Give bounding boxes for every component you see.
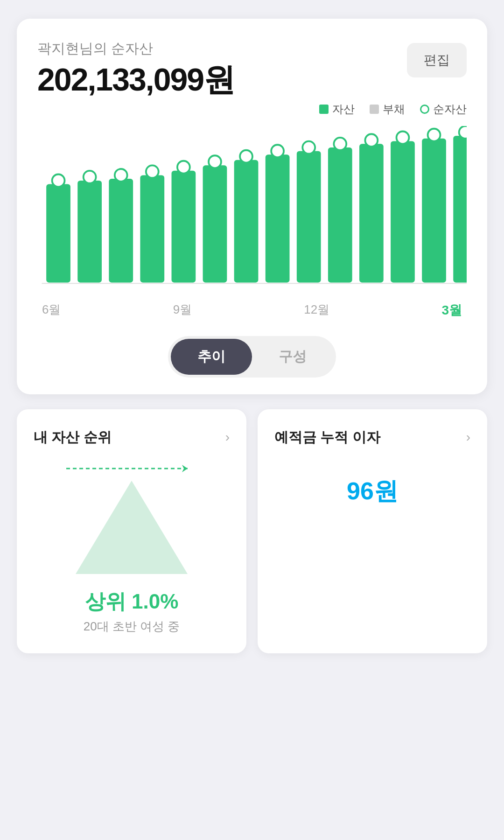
legend-net-label: 순자산	[433, 102, 467, 117]
interest-chevron[interactable]: ›	[466, 430, 470, 445]
net-asset-value: 202,133,099원	[37, 62, 234, 97]
legend-asset-label: 자산	[332, 102, 355, 117]
bar-6	[203, 165, 227, 282]
bar-10	[328, 147, 352, 282]
interest-title: 예적금 누적 이자	[274, 428, 380, 447]
x-axis: 6월 9월 12월 3월	[37, 301, 467, 319]
interest-value: 96원	[274, 475, 470, 508]
dot-2	[84, 171, 96, 183]
x-label-12: 12월	[304, 301, 329, 319]
bar-12	[391, 141, 415, 282]
dot-5	[177, 161, 190, 174]
legend-asset-icon	[319, 105, 329, 114]
legend-debt: 부채	[370, 102, 405, 117]
tab-trend[interactable]: 추이	[171, 339, 252, 375]
bar-4	[140, 175, 164, 282]
bar-2	[77, 181, 102, 282]
tab-row: 추이 구성	[168, 336, 336, 378]
bottom-row: 내 자산 순위 › 상위 1.0% 20대 초반 여성 중 예적금 누적 이자 …	[17, 409, 487, 653]
rank-percent: 상위 1.0%	[85, 588, 179, 616]
bar-8	[266, 154, 290, 282]
bar-chart	[37, 126, 467, 296]
bar-1	[46, 184, 70, 282]
dot-9	[302, 141, 315, 154]
dot-13	[428, 129, 441, 141]
dot-12	[397, 131, 409, 144]
dashed-line-container	[66, 463, 197, 476]
dot-6	[209, 155, 221, 168]
bar-5	[172, 171, 196, 283]
dot-3	[115, 169, 127, 182]
asset-rank-card: 내 자산 순위 › 상위 1.0% 20대 초반 여성 중	[17, 409, 246, 653]
asset-rank-title: 내 자산 순위	[34, 428, 112, 447]
x-label-9: 9월	[173, 301, 192, 319]
user-label: 곽지현님의 순자산	[37, 39, 234, 58]
asset-rank-chevron[interactable]: ›	[225, 430, 230, 445]
main-card: 곽지현님의 순자산 202,133,099원 편집 자산 부채 순자산	[17, 19, 487, 394]
rank-sub: 20대 초반 여성 중	[84, 618, 180, 635]
legend-net: 순자산	[420, 102, 467, 117]
x-label-3: 3월	[441, 301, 462, 319]
legend-asset: 자산	[319, 102, 355, 117]
legend-debt-icon	[370, 105, 379, 114]
bar-13	[422, 139, 446, 283]
chart-legend: 자산 부채 순자산	[37, 102, 467, 117]
bar-9	[297, 151, 321, 282]
chart-area: 6월 9월 12월 3월	[37, 126, 467, 319]
dot-1	[52, 174, 65, 187]
x-label-6: 6월	[42, 301, 61, 319]
dot-10	[334, 138, 346, 150]
bar-14	[453, 136, 467, 282]
dot-7	[240, 150, 252, 163]
interest-header: 예적금 누적 이자 ›	[274, 428, 470, 447]
header-left: 곽지현님의 순자산 202,133,099원	[37, 39, 234, 97]
asset-rank-header: 내 자산 순위 ›	[34, 428, 230, 447]
rank-visual: 상위 1.0% 20대 초반 여성 중	[34, 458, 230, 635]
legend-net-icon	[420, 105, 429, 114]
bar-11	[359, 144, 384, 282]
bar-3	[109, 179, 133, 282]
dot-11	[365, 134, 378, 147]
svg-marker-2	[182, 465, 188, 472]
dot-4	[146, 165, 159, 178]
edit-button[interactable]: 편집	[407, 43, 467, 77]
dashed-line-svg	[66, 463, 197, 474]
rank-triangle-svg	[66, 476, 197, 579]
tab-composition[interactable]: 구성	[252, 339, 333, 375]
bar-7	[234, 160, 259, 283]
interest-card: 예적금 누적 이자 › 96원	[258, 409, 487, 653]
dot-8	[271, 145, 284, 157]
dot-14	[459, 126, 467, 139]
svg-marker-3	[76, 481, 188, 574]
legend-debt-label: 부채	[383, 102, 405, 117]
card-header: 곽지현님의 순자산 202,133,099원 편집	[37, 39, 467, 97]
